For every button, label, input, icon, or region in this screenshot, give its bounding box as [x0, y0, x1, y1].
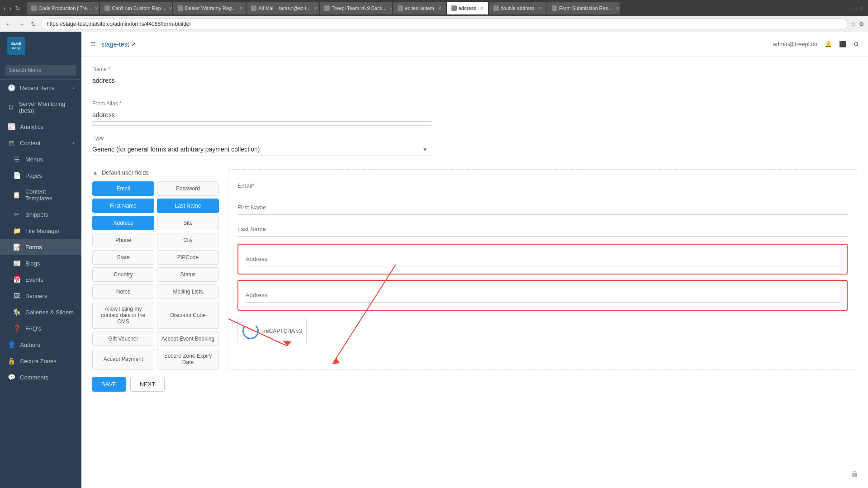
browser-tab[interactable]: Code Production | Tre...✕	[27, 2, 99, 14]
trash-icon[interactable]: 🗑	[851, 469, 859, 479]
preview-address-input-1[interactable]	[246, 252, 840, 266]
alias-input[interactable]	[92, 109, 432, 122]
nav-back[interactable]: ←	[4, 19, 14, 28]
sidebar-item-faqs[interactable]: ❓FAQ's	[0, 320, 81, 336]
tab-close-icon[interactable]: ✕	[314, 6, 318, 11]
browser-tab[interactable]: Treepl Team v6.9 Back...✕	[320, 2, 392, 14]
browser-tab[interactable]: All Mail - taras.r@ez-t...✕	[247, 2, 319, 14]
user-email: admin@treepl.co	[773, 41, 817, 47]
sidebar-item-pages[interactable]: 📄Pages	[0, 167, 81, 184]
name-input[interactable]	[92, 74, 432, 87]
type-select[interactable]: Generic (for general forms and arbitrary…	[92, 143, 432, 156]
nav-reload[interactable]: ↻	[29, 19, 38, 28]
sidebar-item-snippets[interactable]: ✂Snippets	[0, 206, 81, 223]
nav-forward[interactable]: →	[16, 19, 26, 28]
sidebar-item-analytics[interactable]: 📈Analytics	[0, 118, 81, 135]
field-btn-accept-event-booking[interactable]: Accept Event Booking	[157, 332, 219, 346]
back-btn[interactable]: ‹	[4, 5, 6, 12]
settings-icon[interactable]: ⚙	[854, 41, 859, 47]
preview-firstname-input[interactable]	[237, 200, 848, 215]
field-btn-site[interactable]: Site	[157, 216, 219, 230]
browser-tab[interactable]: double address✕	[489, 2, 546, 14]
preview-icon[interactable]: ⬛	[839, 41, 846, 47]
field-btn-gift-voucher[interactable]: Gift Voucher	[92, 332, 154, 346]
sidebar-item-events[interactable]: 📅Events	[0, 271, 81, 288]
browser-nav-controls[interactable]: ‹ › ↻	[4, 5, 20, 12]
tab-close-icon[interactable]: ✕	[239, 6, 243, 11]
tab-favicon	[493, 5, 499, 11]
notifications-icon[interactable]: 🔔	[825, 41, 832, 47]
sidebar-item-recent-items[interactable]: 🕐Recent Items›	[0, 80, 81, 96]
sidebar-item-file-manager[interactable]: 📁File Manager	[0, 223, 81, 239]
browser-toolbar-icons: — □ ✕	[844, 5, 864, 12]
name-field-group: Name *	[92, 66, 857, 91]
preview-email-input[interactable]	[237, 179, 848, 193]
field-btn-mailing-lists[interactable]: Mailing Lists	[157, 284, 219, 299]
preview-address-input-2[interactable]	[246, 288, 840, 303]
minimize-icon[interactable]: —	[844, 5, 850, 12]
tab-close-icon[interactable]: ✕	[538, 6, 542, 11]
sidebar-item-banners[interactable]: 🖼Banners	[0, 288, 81, 304]
field-btn-city[interactable]: City	[157, 233, 219, 247]
sidebar-item-secure-zones[interactable]: 🔒Secure Zones	[0, 353, 81, 369]
hamburger-menu[interactable]: ☰	[90, 41, 96, 47]
field-btn-address[interactable]: Address	[92, 216, 154, 230]
tab-close-icon[interactable]: ✕	[616, 6, 619, 11]
tab-close-icon[interactable]: ✕	[95, 6, 98, 11]
browser-tab[interactable]: Form Submission Res...✕	[547, 2, 620, 14]
bookmark-icon[interactable]: ☆	[851, 21, 856, 28]
site-name[interactable]: stage-test ↗	[101, 41, 136, 48]
field-btn-password[interactable]: Password	[157, 181, 219, 196]
field-btn-country[interactable]: Country	[92, 267, 154, 282]
url-bar[interactable]	[41, 19, 848, 29]
tab-close-icon[interactable]: ✕	[390, 6, 392, 11]
sidebar-item-menus[interactable]: ☰Menus	[0, 151, 81, 167]
sidebar-item-authors[interactable]: 👤Authors	[0, 336, 81, 353]
field-btn-first-name[interactable]: First Name	[92, 199, 154, 213]
name-label: Name *	[92, 66, 857, 72]
sidebar-item-content[interactable]: ▦Content›	[0, 135, 81, 151]
field-btn-accept-payment[interactable]: Accept Payment	[92, 349, 154, 370]
preview-address-box-2	[237, 280, 848, 311]
field-btn-last-name[interactable]: Last Name	[157, 199, 219, 213]
sidebar-item-content-templates[interactable]: 📋Content Templates	[0, 184, 81, 206]
field-btn-state[interactable]: State	[92, 250, 154, 265]
browser-tab[interactable]: Dealer Warranty Reg...✕	[173, 2, 246, 14]
field-btn-notes[interactable]: Notes	[92, 284, 154, 299]
field-btn-email[interactable]: Email	[92, 181, 154, 196]
close-icon[interactable]: ✕	[859, 5, 864, 12]
sidebar-icon: 🔒	[7, 357, 15, 365]
logo-text-line1: BLUE	[11, 42, 21, 46]
field-btn-secure-zone-expiry-date[interactable]: Secure Zone Expiry Date	[157, 349, 219, 370]
svg-marker-3	[332, 357, 340, 364]
field-btn-status[interactable]: Status	[157, 267, 219, 282]
browser-tab[interactable]: edited-autem✕	[393, 2, 446, 14]
sidebar-item-forms[interactable]: 📝Forms	[0, 239, 81, 255]
field-btn-zipcode[interactable]: ZIPCode	[157, 250, 219, 265]
browser-tab[interactable]: Can't run Custom Rep...✕	[100, 2, 172, 14]
tab-close-icon[interactable]: ✕	[480, 6, 484, 11]
tab-close-icon[interactable]: ✕	[169, 6, 172, 11]
tab-favicon	[552, 5, 557, 11]
forward-btn[interactable]: ›	[9, 5, 12, 12]
field-btn-allow-listing-my-contact-data-in-the-cms[interactable]: Allow listing my contact data in the CMS	[92, 302, 154, 329]
browser-tab[interactable]: address✕	[447, 2, 488, 14]
sidebar-search-input[interactable]	[5, 65, 76, 76]
top-bar: ☰ stage-test ↗ admin@treepl.co 🔔 ⬛ ⚙	[81, 32, 868, 57]
reload-btn[interactable]: ↻	[15, 5, 20, 12]
preview-lastname-input[interactable]	[237, 222, 848, 237]
sidebar-item-server-monitoring-beta[interactable]: 🖥Server Monitoring (beta)	[0, 96, 81, 118]
fields-panel-header[interactable]: ▲ Default user fields	[92, 169, 219, 176]
maximize-icon[interactable]: □	[853, 5, 857, 12]
save-button[interactable]: SAVE	[92, 377, 126, 392]
site-link[interactable]: stage-test	[101, 41, 129, 48]
sidebar-item-comments[interactable]: 💬Comments	[0, 369, 81, 385]
field-btn-discount-code[interactable]: Discount Code	[157, 302, 219, 329]
extensions-icon[interactable]: ⚙	[859, 21, 864, 28]
tab-close-icon[interactable]: ✕	[438, 6, 441, 11]
field-btn-phone[interactable]: Phone	[92, 233, 154, 247]
builder-section: ▲ Default user fields EmailPasswordFirst…	[92, 169, 857, 370]
sidebar-item-galleries--sliders[interactable]: 🎠Galleries & Sliders	[0, 304, 81, 320]
sidebar-item-blogs[interactable]: 📰Blogs	[0, 255, 81, 271]
next-button[interactable]: NEXT	[130, 377, 165, 392]
